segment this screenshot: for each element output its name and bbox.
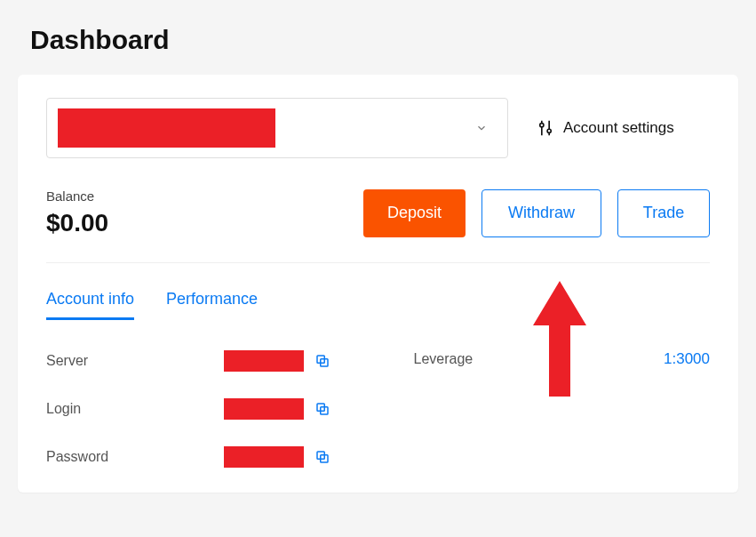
password-value-redacted [224, 446, 304, 468]
withdraw-button[interactable]: Withdraw [481, 189, 601, 237]
balance-label: Balance [46, 188, 108, 204]
annotation-arrow-icon [533, 281, 586, 405]
server-label: Server [46, 353, 224, 369]
login-row: Login [46, 398, 343, 420]
copy-icon[interactable] [314, 401, 330, 417]
copy-icon[interactable] [314, 449, 330, 465]
account-settings-link[interactable]: Account settings [537, 119, 674, 137]
account-info-grid: Server Login Password [46, 350, 710, 468]
svg-point-3 [547, 129, 551, 132]
balance-block: Balance $0.00 [46, 188, 108, 237]
tab-performance[interactable]: Performance [166, 290, 258, 320]
divider [46, 262, 710, 263]
top-row: Account settings [46, 98, 710, 158]
account-settings-label: Account settings [563, 119, 674, 137]
page-title: Dashboard [30, 25, 738, 55]
leverage-value[interactable]: 1:3000 [664, 350, 710, 368]
deposit-button[interactable]: Deposit [363, 189, 466, 237]
svg-point-0 [540, 124, 544, 127]
settings-icon [537, 119, 554, 137]
tabs: Account info Performance [46, 290, 710, 320]
info-col-left: Server Login Password [46, 350, 343, 468]
account-select[interactable] [46, 98, 508, 158]
chevron-down-icon [475, 122, 488, 134]
trade-button[interactable]: Trade [617, 189, 710, 237]
svg-marker-12 [533, 281, 586, 397]
dashboard-card: Account settings Balance $0.00 Deposit W… [18, 75, 738, 493]
action-buttons: Deposit Withdraw Trade [363, 189, 710, 237]
password-label: Password [46, 449, 224, 465]
server-value-redacted [224, 350, 304, 372]
copy-icon[interactable] [314, 353, 330, 369]
balance-value: $0.00 [46, 209, 108, 237]
login-label: Login [46, 401, 224, 417]
server-row: Server [46, 350, 343, 372]
balance-row: Balance $0.00 Deposit Withdraw Trade [46, 188, 710, 237]
password-row: Password [46, 446, 343, 468]
account-select-value-redacted [58, 108, 275, 148]
tab-account-info[interactable]: Account info [46, 290, 134, 320]
login-value-redacted [224, 398, 304, 420]
